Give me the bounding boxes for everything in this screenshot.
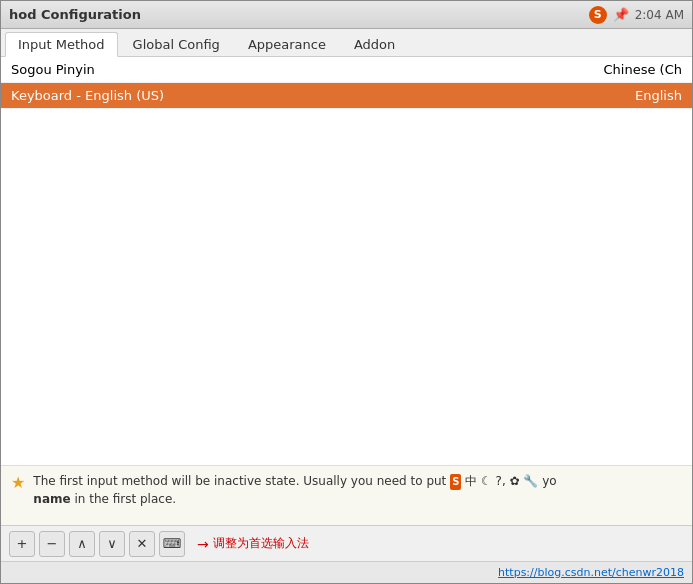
info-chinese-mid: 中 ☾ ?, ✿ 🔧 yo	[461, 474, 556, 488]
info-text: The first input method will be inactive …	[33, 472, 682, 508]
main-window: hod Configuration S 📌 2:04 AM Input Meth…	[0, 0, 693, 584]
title-bar: hod Configuration S 📌 2:04 AM	[1, 1, 692, 29]
title-bar-right: S 📌 2:04 AM	[589, 6, 684, 24]
list-item-selected[interactable]: Keyboard - English (US) English	[1, 83, 692, 109]
tab-global-config[interactable]: Global Config	[120, 32, 233, 56]
info-text-end: in the first place.	[71, 492, 176, 506]
info-text-part1: The first input method will be inactive …	[33, 474, 450, 488]
inline-sogou-icon: S	[450, 474, 461, 490]
arrow-icon: →	[197, 536, 209, 552]
tab-appearance[interactable]: Appearance	[235, 32, 339, 56]
down-button[interactable]: ∨	[99, 531, 125, 557]
input-method-list: Sogou Pinyin Chinese (Ch Keyboard - Engl…	[1, 57, 692, 465]
status-bar: https://blog.csdn.net/chenwr2018	[1, 561, 692, 583]
info-panel: ★ The first input method will be inactiv…	[1, 465, 692, 525]
configure-button[interactable]: ✕	[129, 531, 155, 557]
title-time: 2:04 AM	[635, 8, 684, 22]
star-icon: ★	[11, 473, 25, 492]
up-button[interactable]: ∧	[69, 531, 95, 557]
sogou-icon: S	[589, 6, 607, 24]
window-title: hod Configuration	[9, 7, 141, 22]
title-pin-icon: 📌	[613, 7, 629, 22]
tabs-bar: Input Method Global Config Appearance Ad…	[1, 29, 692, 57]
list-item[interactable]: Sogou Pinyin Chinese (Ch	[1, 57, 692, 83]
tab-input-method[interactable]: Input Method	[5, 32, 118, 57]
item-lang: English	[635, 88, 682, 103]
keyboard-button[interactable]: ⌨	[159, 531, 185, 557]
item-name: Sogou Pinyin	[11, 62, 95, 77]
item-name: Keyboard - English (US)	[11, 88, 164, 103]
tab-addon[interactable]: Addon	[341, 32, 408, 56]
toolbar: + − ∧ ∨ ✕ ⌨ → 调整为首选输入法	[1, 525, 692, 561]
content-area: Sogou Pinyin Chinese (Ch Keyboard - Engl…	[1, 57, 692, 561]
add-button[interactable]: +	[9, 531, 35, 557]
remove-button[interactable]: −	[39, 531, 65, 557]
info-bold-name: name	[33, 492, 70, 506]
hint-text: 调整为首选输入法	[213, 535, 309, 552]
item-lang: Chinese (Ch	[604, 62, 682, 77]
hint-area: → 调整为首选输入法	[197, 535, 309, 552]
status-url[interactable]: https://blog.csdn.net/chenwr2018	[498, 566, 684, 579]
